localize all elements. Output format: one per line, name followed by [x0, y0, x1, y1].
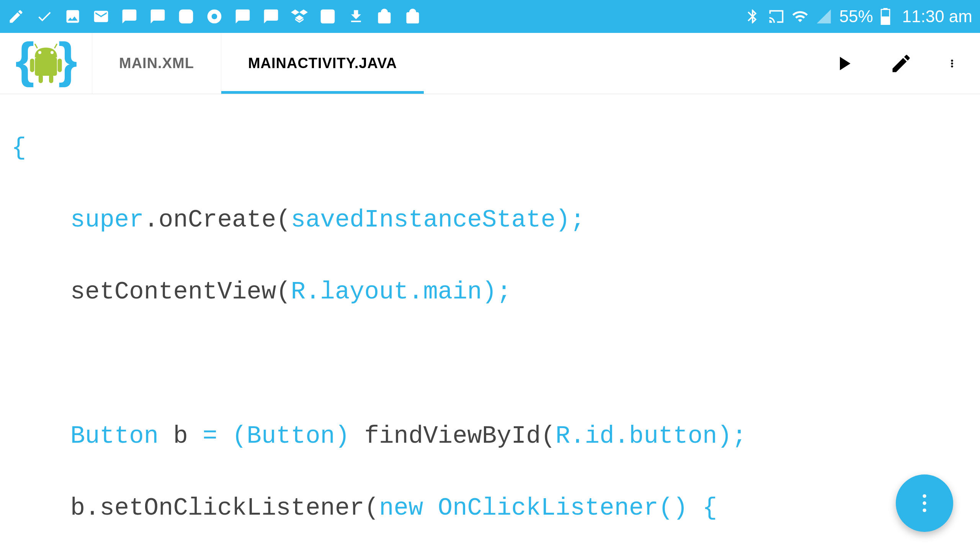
svg-point-20 [923, 494, 926, 498]
toolbar: { } MAIN.XML MAINACTIVITY.JAVA [0, 33, 980, 94]
svg-line-15 [54, 44, 57, 48]
code-token: R.id.button); [555, 422, 746, 450]
code-token: Button [70, 422, 158, 450]
svg-point-17 [951, 59, 953, 61]
svg-rect-0 [179, 10, 193, 24]
svg-point-18 [951, 62, 953, 64]
status-bar: 55% 11:30 am [0, 0, 980, 33]
code-token: b [158, 422, 203, 450]
run-button[interactable] [832, 52, 855, 75]
check-icon [36, 8, 53, 25]
code-token: setContentView( [70, 278, 291, 306]
svg-point-22 [923, 509, 926, 512]
code-token: { [11, 134, 26, 162]
overflow-menu-button[interactable] [947, 52, 957, 75]
status-left-icons [8, 8, 421, 25]
cast-icon [768, 8, 785, 25]
tab-mainactivity-java[interactable]: MAINACTIVITY.JAVA [221, 33, 424, 94]
pen-icon [8, 8, 24, 25]
svg-rect-10 [30, 59, 34, 72]
dropbox-icon [291, 8, 308, 25]
image-icon [64, 8, 81, 25]
chat-icon-4 [263, 8, 279, 25]
google-plus-icon [319, 8, 336, 25]
code-editor[interactable]: { super.onCreate(savedInstanceState); se… [0, 94, 980, 551]
code-token: b.setOnClickListener( [70, 494, 379, 522]
battery-percent: 55% [839, 7, 873, 26]
svg-rect-3 [321, 10, 335, 24]
tabs: MAIN.XML MAINACTIVITY.JAVA [92, 33, 832, 94]
tab-main-xml[interactable]: MAIN.XML [92, 33, 221, 94]
code-token: super [70, 206, 144, 234]
chrome-icon [206, 8, 223, 25]
shopping-icon-2 [404, 8, 421, 25]
edit-button[interactable] [890, 52, 913, 75]
app-logo[interactable]: { } [0, 33, 92, 94]
signal-icon [815, 8, 832, 25]
chat-icon-3 [234, 8, 251, 25]
chat-icon-1 [121, 8, 138, 25]
code-token: Button) [247, 422, 364, 450]
activity-icon [178, 8, 194, 25]
wifi-icon [792, 8, 808, 25]
download-icon-1 [348, 8, 364, 25]
toolbar-actions [832, 33, 980, 94]
chat-icon-2 [149, 8, 166, 25]
battery-icon [880, 8, 891, 25]
clock-time: 11:30 am [902, 7, 972, 26]
svg-point-19 [951, 65, 953, 67]
code-token: savedInstanceState); [291, 206, 585, 234]
code-token: OnClickListener() { [423, 494, 717, 522]
code-token: R.layout.main); [291, 278, 511, 306]
shopping-icon-1 [376, 8, 393, 25]
code-token: findViewById( [364, 422, 555, 450]
fab-more-button[interactable] [896, 474, 953, 532]
svg-point-9 [51, 51, 54, 54]
svg-rect-13 [49, 74, 53, 83]
status-right: 55% 11:30 am [744, 7, 972, 26]
svg-rect-12 [39, 74, 43, 83]
gmail-icon [93, 8, 109, 25]
svg-line-14 [35, 44, 37, 48]
svg-point-21 [923, 501, 926, 505]
svg-point-2 [212, 14, 217, 20]
svg-rect-4 [881, 10, 890, 16]
bluetooth-icon [744, 8, 761, 25]
svg-rect-7 [35, 57, 57, 76]
code-token: new [379, 494, 423, 522]
code-token: = ( [203, 422, 247, 450]
svg-text:}: } [58, 39, 77, 87]
svg-point-8 [38, 51, 41, 54]
code-token: .onCreate( [144, 206, 291, 234]
